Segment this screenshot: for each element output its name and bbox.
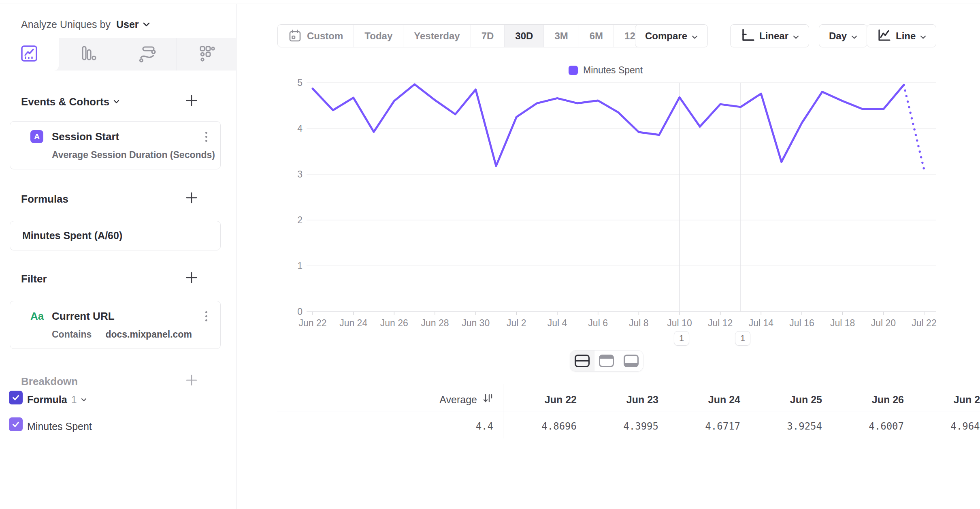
date-column-header[interactable]: Jun 23 [626, 391, 658, 408]
x-tick-label: Jul 20 [871, 318, 896, 328]
date-column-header[interactable]: Jun 27 [954, 391, 980, 408]
x-tick-label: Jun 30 [462, 318, 490, 328]
x-tick-label: Jul 8 [629, 318, 649, 328]
x-tick-label: Jun 28 [421, 318, 449, 328]
chart-series-line[interactable] [313, 84, 904, 166]
y-tick-label: 3 [297, 169, 303, 180]
x-tick-label: Jun 26 [380, 318, 408, 328]
x-tick-label: Jun 24 [339, 318, 367, 328]
cell-value: 4.3995 [623, 417, 658, 435]
average-column-header[interactable]: Average [439, 391, 493, 408]
date-column-header[interactable]: Jun 25 [790, 391, 822, 408]
table-header-divider [277, 411, 980, 411]
annotation-badge-jul-13[interactable]: 1 [735, 331, 750, 346]
cell-value: 4.6717 [705, 417, 740, 435]
formula-group-checkbox[interactable] [9, 391, 23, 404]
x-tick-label: Jul 18 [830, 318, 855, 328]
y-tick-label: 4 [297, 123, 303, 134]
view-toggle [570, 350, 643, 372]
x-tick-label: Jul 16 [789, 318, 814, 328]
table-only-view-icon [624, 355, 639, 367]
x-tick-label: Jul 22 [912, 318, 936, 328]
y-tick-label: 2 [297, 215, 303, 225]
y-tick-label: 1 [297, 261, 303, 271]
cell-value: 4.8696 [541, 417, 577, 435]
series-average-value: 4.4 [476, 417, 493, 435]
formula-group-label: Formula [27, 394, 67, 406]
chart-only-view-icon [599, 355, 614, 367]
y-tick-label: 5 [297, 77, 303, 88]
date-column-header[interactable]: Jun 24 [708, 391, 740, 408]
x-tick-label: Jul 12 [708, 318, 733, 328]
sort-descending-icon[interactable] [483, 393, 493, 406]
table-only-view-button[interactable] [619, 351, 643, 371]
table-column-divider [503, 384, 503, 438]
x-tick-label: Jun 22 [298, 318, 326, 328]
split-view-button[interactable] [570, 351, 594, 371]
x-tick-label: Jul 10 [667, 318, 692, 328]
annotation-badge-jul-10[interactable]: 1 [674, 331, 689, 346]
x-tick-label: Jul 4 [548, 318, 567, 328]
date-column-header[interactable]: Jun 22 [545, 391, 577, 408]
x-tick-label: Jul 2 [507, 318, 526, 328]
series-checkbox[interactable] [9, 417, 23, 431]
formula-group-dropdown[interactable]: Formula 1 [27, 391, 87, 408]
x-tick-label: Jul 14 [749, 318, 774, 328]
chevron-down-icon [81, 398, 87, 402]
split-view-icon [575, 355, 590, 367]
cell-value: 4.9640 [950, 417, 980, 435]
cell-value: 3.9254 [787, 417, 822, 435]
y-tick-label: 0 [297, 306, 303, 317]
cell-value: 4.6007 [869, 417, 904, 435]
line-chart[interactable]: 012345Jun 22Jun 24Jun 26Jun 28Jun 30Jul … [0, 0, 980, 357]
chart-incomplete-segment[interactable] [904, 85, 924, 170]
date-column-header[interactable]: Jun 26 [872, 391, 904, 408]
formula-group-index: 1 [71, 394, 77, 406]
average-label: Average [439, 394, 477, 406]
x-tick-label: Jul 6 [588, 318, 608, 328]
chart-only-view-button[interactable] [594, 351, 619, 371]
series-row-label[interactable]: Minutes Spent [27, 417, 92, 435]
results-table: Formula 1 Average Minutes Spent 4.4 Jun … [0, 384, 980, 438]
